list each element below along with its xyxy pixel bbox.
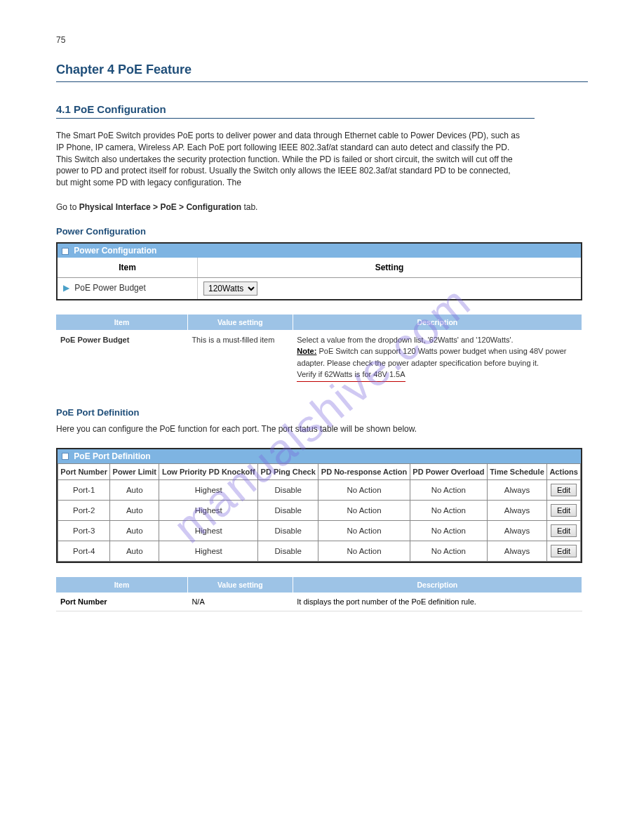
power-config-header-setting: Setting bbox=[198, 258, 581, 277]
port-def-table: Port Number Power Limit Low Priority PD … bbox=[58, 463, 581, 562]
edit-button[interactable]: Edit bbox=[551, 484, 577, 496]
table-cell: No Action bbox=[410, 520, 487, 541]
intro-nav-path: Physical Interface > PoE > Configuration bbox=[79, 202, 241, 212]
intro-nav-prefix: Go to bbox=[56, 202, 79, 212]
pd-th-actions: Actions bbox=[547, 463, 581, 479]
pd-th-noresp: PD No-response Action bbox=[318, 463, 410, 479]
poe-power-budget-setting-cell: 120Watts bbox=[198, 278, 581, 299]
cfg-header-row: Item Value setting Description bbox=[56, 315, 582, 330]
table-cell: Highest bbox=[159, 520, 258, 541]
edit-button[interactable]: Edit bbox=[551, 504, 577, 517]
port-def-intro: Here you can configure the PoE function … bbox=[56, 423, 524, 435]
cfg2-th-item: Item bbox=[56, 577, 187, 593]
cfg-row-desc: Select a value from the dropdown list, '… bbox=[293, 330, 582, 386]
intro-nav-suffix: tab. bbox=[241, 202, 257, 212]
table-cell: Disable bbox=[258, 541, 318, 561]
port-def-description-table: Item Value setting Description Port Numb… bbox=[56, 577, 582, 611]
cfg-th-item: Item bbox=[56, 315, 187, 330]
edit-button[interactable]: Edit bbox=[551, 524, 577, 537]
pd-th-power-limit: Power Limit bbox=[110, 463, 159, 479]
power-config-description-table: Item Value setting Description PoE Power… bbox=[56, 315, 582, 386]
poe-power-budget-select[interactable]: 120Watts bbox=[203, 282, 257, 296]
table-cell: Auto bbox=[110, 541, 159, 561]
table-cell: Port-2 bbox=[58, 500, 110, 520]
cfg2-row-desc: It displays the port number of the PoE d… bbox=[293, 593, 582, 611]
table-row: Port-3AutoHighestDisableNo ActionNo Acti… bbox=[58, 520, 581, 541]
poe-power-budget-text: PoE Power Budget bbox=[74, 283, 145, 293]
table-cell: Disable bbox=[258, 500, 318, 520]
power-config-header-item: Item bbox=[58, 258, 198, 277]
table-cell: Auto bbox=[110, 520, 159, 541]
cfg-desc-line1: Select a value from the dropdown list, '… bbox=[297, 336, 513, 344]
cfg2-header-row: Item Value setting Description bbox=[56, 577, 582, 593]
port-def-header-row: Port Number Power Limit Low Priority PD … bbox=[58, 463, 581, 479]
cfg-row-value: This is a must-filled item bbox=[187, 330, 293, 386]
cfg-th-desc: Description bbox=[293, 315, 582, 330]
power-config-panel-title: Power Configuration bbox=[74, 246, 156, 256]
table-cell-actions: Edit bbox=[547, 500, 581, 520]
intro-paragraph: The Smart PoE Switch provides PoE ports … bbox=[56, 130, 524, 189]
intro-nav: Go to Physical Interface > PoE > Configu… bbox=[56, 201, 524, 213]
port-def-panel: PoE Port Definition Port Number Power Li… bbox=[56, 448, 582, 563]
power-config-row: ▶ PoE Power Budget 120Watts bbox=[58, 278, 581, 299]
table-row: Port-1AutoHighestDisableNo ActionNo Acti… bbox=[58, 479, 581, 500]
port-def-heading: PoE Port Definition bbox=[56, 407, 588, 418]
table-cell-actions: Edit bbox=[547, 479, 581, 500]
table-cell: Port-4 bbox=[58, 541, 110, 561]
table-cell: Always bbox=[487, 520, 546, 541]
cfg-th-value: Value setting bbox=[187, 315, 293, 330]
table-cell: Port-3 bbox=[58, 520, 110, 541]
cfg2-row: Port Number N/A It displays the port num… bbox=[56, 593, 582, 611]
table-cell: Always bbox=[487, 479, 546, 500]
table-cell: Always bbox=[487, 541, 546, 561]
port-def-panel-title: PoE Port Definition bbox=[74, 451, 150, 461]
cfg-desc-note-text: PoE Switch can support 120 Watts power b… bbox=[297, 347, 566, 367]
table-cell: Always bbox=[487, 500, 546, 520]
table-cell: Auto bbox=[110, 479, 159, 500]
table-cell: No Action bbox=[410, 479, 487, 500]
cfg2-th-desc: Description bbox=[293, 577, 582, 593]
table-cell: No Action bbox=[318, 520, 410, 541]
cfg2-row-value: N/A bbox=[187, 593, 293, 611]
power-config-titlebar: Power Configuration bbox=[58, 244, 581, 258]
cfg2-th-value: Value setting bbox=[187, 577, 293, 593]
table-cell: Port-1 bbox=[58, 479, 110, 500]
table-cell: Auto bbox=[110, 500, 159, 520]
triangle-icon: ▶ bbox=[63, 283, 69, 293]
table-cell: No Action bbox=[318, 541, 410, 561]
power-config-heading: Power Configuration bbox=[56, 226, 588, 237]
table-cell: No Action bbox=[318, 479, 410, 500]
panel-icon bbox=[62, 248, 69, 255]
cfg-row-item: PoE Power Budget bbox=[56, 330, 187, 386]
table-cell: Highest bbox=[159, 541, 258, 561]
cfg-desc-note-label: Note: bbox=[297, 347, 316, 355]
table-cell: Highest bbox=[159, 479, 258, 500]
power-config-header-row: Item Setting bbox=[58, 258, 581, 278]
table-cell-actions: Edit bbox=[547, 541, 581, 561]
pd-th-knockoff: Low Priority PD Knockoff bbox=[159, 463, 258, 479]
cfg-desc-red: Verify if 62Watts is for 48V 1.5A bbox=[297, 369, 405, 382]
pd-th-overload: PD Power Overload bbox=[410, 463, 487, 479]
table-cell-actions: Edit bbox=[547, 520, 581, 541]
power-config-panel: Power Configuration Item Setting ▶ PoE P… bbox=[56, 242, 582, 300]
table-cell: Disable bbox=[258, 520, 318, 541]
section-title: 4.1 PoE Configuration bbox=[56, 103, 535, 119]
pd-th-port: Port Number bbox=[58, 463, 110, 479]
table-cell: Disable bbox=[258, 479, 318, 500]
table-row: Port-4AutoHighestDisableNo ActionNo Acti… bbox=[58, 541, 581, 561]
pd-th-ping: PD Ping Check bbox=[258, 463, 318, 479]
cfg2-row-item: Port Number bbox=[56, 593, 187, 611]
chapter-title: Chapter 4 PoE Feature bbox=[56, 62, 588, 82]
panel-icon bbox=[62, 453, 69, 460]
pd-th-schedule: Time Schedule bbox=[487, 463, 546, 479]
poe-power-budget-label: ▶ PoE Power Budget bbox=[58, 278, 198, 299]
port-def-titlebar: PoE Port Definition bbox=[58, 449, 581, 463]
table-cell: Highest bbox=[159, 500, 258, 520]
table-row: Port-2AutoHighestDisableNo ActionNo Acti… bbox=[58, 500, 581, 520]
table-cell: No Action bbox=[410, 500, 487, 520]
cfg-row: PoE Power Budget This is a must-filled i… bbox=[56, 330, 582, 386]
table-cell: No Action bbox=[318, 500, 410, 520]
page-number: 75 bbox=[56, 35, 588, 45]
table-cell: No Action bbox=[410, 541, 487, 561]
edit-button[interactable]: Edit bbox=[551, 545, 577, 557]
